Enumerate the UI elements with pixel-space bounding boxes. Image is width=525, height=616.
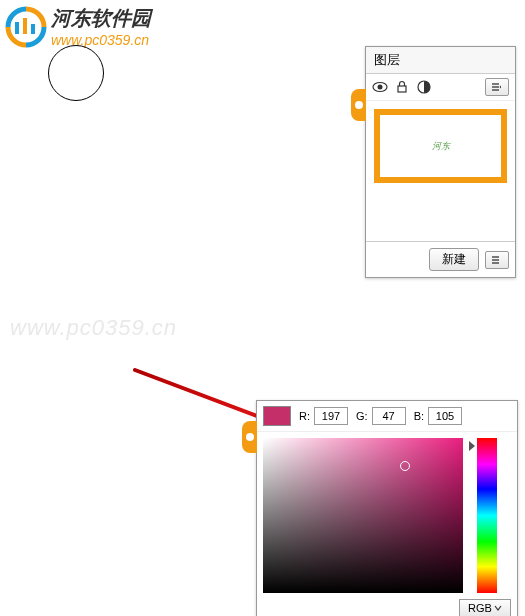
lock-icon[interactable] [394, 79, 410, 95]
new-layer-button[interactable]: 新建 [429, 248, 479, 271]
layers-panel: 图层 河东 新建 [365, 46, 516, 278]
panel-tab-handle[interactable] [351, 89, 366, 121]
watermark-text: www.pc0359.cn [10, 315, 177, 341]
hue-marker-icon [469, 441, 475, 451]
layer-thumbnail[interactable]: 河东 [374, 109, 507, 183]
b-input[interactable] [428, 407, 462, 425]
color-panel-tab-handle[interactable] [242, 421, 257, 453]
svg-rect-5 [398, 86, 406, 92]
layers-panel-title: 图层 [366, 47, 515, 74]
layer-thumbnail-area[interactable]: 河东 [366, 101, 515, 191]
g-input[interactable] [372, 407, 406, 425]
layers-menu-icon[interactable] [485, 78, 509, 96]
b-label: B: [414, 410, 424, 422]
layers-footer-menu-icon[interactable] [485, 251, 509, 269]
site-logo: 河东软件园 www.pc0359.cn [5, 5, 151, 48]
logo-title: 河东软件园 [51, 5, 151, 32]
rgb-input-row: R: G: B: [257, 401, 517, 432]
chevron-down-icon [494, 604, 502, 612]
r-input[interactable] [314, 407, 348, 425]
layers-toolbar [366, 74, 515, 101]
layers-footer: 新建 [366, 241, 515, 277]
svg-rect-0 [15, 22, 19, 34]
sv-marker[interactable] [400, 461, 410, 471]
color-swatch[interactable] [263, 406, 291, 426]
color-mode-label: RGB [468, 602, 492, 614]
g-label: G: [356, 410, 368, 422]
r-label: R: [299, 410, 310, 422]
visibility-icon[interactable] [372, 79, 388, 95]
thumbnail-content: 河东 [432, 140, 450, 153]
svg-rect-1 [23, 18, 27, 34]
color-panel: R: G: B: RGB Alpha [256, 400, 518, 616]
contrast-icon[interactable] [416, 79, 432, 95]
color-picker-area [257, 432, 517, 599]
logo-icon [5, 6, 47, 48]
svg-point-4 [378, 85, 383, 90]
hue-slider[interactable] [477, 438, 497, 593]
color-mode-row: RGB [257, 599, 517, 616]
color-mode-select[interactable]: RGB [459, 599, 511, 616]
layers-empty-area [366, 191, 515, 241]
saturation-value-area[interactable] [263, 438, 463, 593]
svg-rect-2 [31, 24, 35, 34]
circle-shape [48, 45, 104, 101]
